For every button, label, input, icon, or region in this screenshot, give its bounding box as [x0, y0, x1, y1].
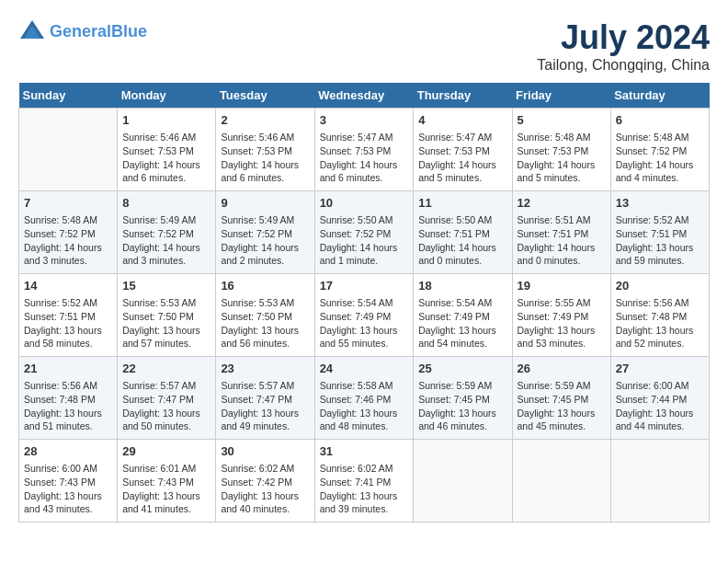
- calendar-cell: 1Sunrise: 5:46 AM Sunset: 7:53 PM Daylig…: [118, 109, 216, 191]
- day-number: 25: [418, 361, 506, 377]
- day-number: 10: [320, 195, 409, 212]
- day-info: Sunrise: 5:58 AM Sunset: 7:46 PM Dayligh…: [320, 379, 409, 433]
- day-number: 2: [221, 112, 309, 129]
- week-row-3: 21Sunrise: 5:56 AM Sunset: 7:48 PM Dayli…: [19, 357, 710, 440]
- calendar-cell: 10Sunrise: 5:50 AM Sunset: 7:52 PM Dayli…: [314, 191, 414, 274]
- calendar-cell: 20Sunrise: 5:56 AM Sunset: 7:48 PM Dayli…: [610, 274, 709, 357]
- day-number: 11: [418, 195, 506, 212]
- calendar-cell: 21Sunrise: 5:56 AM Sunset: 7:48 PM Dayli…: [19, 357, 118, 440]
- day-info: Sunrise: 5:47 AM Sunset: 7:53 PM Dayligh…: [320, 131, 409, 185]
- day-info: Sunrise: 5:53 AM Sunset: 7:50 PM Dayligh…: [221, 296, 309, 350]
- calendar-cell: 14Sunrise: 5:52 AM Sunset: 7:51 PM Dayli…: [19, 274, 118, 357]
- day-number: 30: [221, 443, 309, 460]
- header-saturday: Saturday: [610, 83, 709, 109]
- day-info: Sunrise: 5:46 AM Sunset: 7:53 PM Dayligh…: [122, 131, 210, 185]
- day-number: 6: [616, 112, 704, 129]
- calendar-cell: [19, 109, 118, 191]
- day-number: 16: [221, 278, 309, 294]
- calendar-cell: 4Sunrise: 5:47 AM Sunset: 7:53 PM Daylig…: [414, 109, 512, 191]
- day-info: Sunrise: 5:48 AM Sunset: 7:52 PM Dayligh…: [616, 131, 704, 185]
- header-tuesday: Tuesday: [216, 83, 314, 109]
- day-number: 8: [122, 195, 210, 212]
- day-info: Sunrise: 5:57 AM Sunset: 7:47 PM Dayligh…: [221, 379, 309, 433]
- calendar-cell: 28Sunrise: 6:00 AM Sunset: 7:43 PM Dayli…: [19, 440, 118, 523]
- header-friday: Friday: [512, 83, 610, 109]
- day-info: Sunrise: 6:02 AM Sunset: 7:41 PM Dayligh…: [320, 462, 409, 516]
- calendar-cell: 18Sunrise: 5:54 AM Sunset: 7:49 PM Dayli…: [414, 274, 512, 357]
- day-info: Sunrise: 5:53 AM Sunset: 7:50 PM Dayligh…: [122, 296, 210, 350]
- calendar-cell: 15Sunrise: 5:53 AM Sunset: 7:50 PM Dayli…: [118, 274, 216, 357]
- day-info: Sunrise: 5:55 AM Sunset: 7:49 PM Dayligh…: [518, 296, 606, 350]
- day-info: Sunrise: 5:46 AM Sunset: 7:53 PM Dayligh…: [221, 131, 309, 185]
- day-number: 5: [518, 112, 606, 129]
- day-number: 27: [616, 361, 704, 377]
- calendar-cell: 3Sunrise: 5:47 AM Sunset: 7:53 PM Daylig…: [314, 109, 414, 191]
- calendar-cell: [610, 440, 709, 523]
- day-info: Sunrise: 5:52 AM Sunset: 7:51 PM Dayligh…: [616, 213, 704, 268]
- day-number: 13: [616, 195, 704, 212]
- day-number: 19: [518, 278, 606, 294]
- calendar-cell: 24Sunrise: 5:58 AM Sunset: 7:46 PM Dayli…: [314, 357, 414, 440]
- day-info: Sunrise: 5:54 AM Sunset: 7:49 PM Dayligh…: [320, 296, 409, 350]
- day-number: 4: [418, 112, 506, 129]
- day-number: 1: [122, 112, 210, 129]
- calendar-body: 1Sunrise: 5:46 AM Sunset: 7:53 PM Daylig…: [19, 109, 710, 523]
- day-number: 31: [320, 443, 409, 460]
- week-row-4: 28Sunrise: 6:00 AM Sunset: 7:43 PM Dayli…: [19, 440, 710, 523]
- day-info: Sunrise: 5:59 AM Sunset: 7:45 PM Dayligh…: [418, 379, 506, 433]
- header-wednesday: Wednesday: [314, 83, 414, 109]
- day-number: 18: [418, 278, 506, 294]
- day-info: Sunrise: 5:54 AM Sunset: 7:49 PM Dayligh…: [418, 296, 506, 350]
- day-number: 9: [221, 195, 309, 212]
- calendar-cell: 29Sunrise: 6:01 AM Sunset: 7:43 PM Dayli…: [118, 440, 216, 523]
- day-number: 22: [122, 361, 210, 377]
- week-row-1: 7Sunrise: 5:48 AM Sunset: 7:52 PM Daylig…: [19, 191, 710, 274]
- calendar-cell: [512, 440, 610, 523]
- day-info: Sunrise: 5:48 AM Sunset: 7:52 PM Dayligh…: [24, 213, 112, 268]
- day-info: Sunrise: 5:56 AM Sunset: 7:48 PM Dayligh…: [24, 379, 112, 433]
- day-number: 24: [320, 361, 409, 377]
- day-info: Sunrise: 5:57 AM Sunset: 7:47 PM Dayligh…: [122, 379, 210, 433]
- location: Tailong, Chongqing, China: [537, 57, 710, 74]
- day-number: 15: [122, 278, 210, 294]
- day-number: 21: [24, 361, 112, 377]
- calendar-cell: 2Sunrise: 5:46 AM Sunset: 7:53 PM Daylig…: [216, 109, 314, 191]
- logo-text: GeneralBlue: [50, 23, 147, 41]
- logo: GeneralBlue: [18, 18, 147, 46]
- calendar-cell: 6Sunrise: 5:48 AM Sunset: 7:52 PM Daylig…: [610, 109, 709, 191]
- logo-line2: Blue: [111, 22, 147, 40]
- calendar-cell: 16Sunrise: 5:53 AM Sunset: 7:50 PM Dayli…: [216, 274, 314, 357]
- calendar-cell: 12Sunrise: 5:51 AM Sunset: 7:51 PM Dayli…: [512, 191, 610, 274]
- calendar-cell: 11Sunrise: 5:50 AM Sunset: 7:51 PM Dayli…: [414, 191, 512, 274]
- day-info: Sunrise: 6:01 AM Sunset: 7:43 PM Dayligh…: [122, 462, 210, 516]
- day-info: Sunrise: 6:00 AM Sunset: 7:43 PM Dayligh…: [24, 462, 112, 516]
- week-row-0: 1Sunrise: 5:46 AM Sunset: 7:53 PM Daylig…: [19, 109, 710, 191]
- day-number: 29: [122, 443, 210, 460]
- day-info: Sunrise: 5:49 AM Sunset: 7:52 PM Dayligh…: [221, 213, 309, 268]
- day-info: Sunrise: 5:59 AM Sunset: 7:45 PM Dayligh…: [518, 379, 606, 433]
- calendar-cell: 27Sunrise: 6:00 AM Sunset: 7:44 PM Dayli…: [610, 357, 709, 440]
- title-area: July 2024 Tailong, Chongqing, China: [537, 18, 710, 74]
- week-row-2: 14Sunrise: 5:52 AM Sunset: 7:51 PM Dayli…: [19, 274, 710, 357]
- day-number: 3: [320, 112, 409, 129]
- day-info: Sunrise: 5:47 AM Sunset: 7:53 PM Dayligh…: [418, 131, 506, 185]
- header-sunday: Sunday: [19, 83, 118, 109]
- day-info: Sunrise: 5:51 AM Sunset: 7:51 PM Dayligh…: [518, 213, 606, 268]
- day-number: 20: [616, 278, 704, 294]
- calendar-cell: 23Sunrise: 5:57 AM Sunset: 7:47 PM Dayli…: [216, 357, 314, 440]
- header-monday: Monday: [118, 83, 216, 109]
- calendar-header: SundayMondayTuesdayWednesdayThursdayFrid…: [19, 83, 710, 109]
- calendar-cell: 13Sunrise: 5:52 AM Sunset: 7:51 PM Dayli…: [610, 191, 709, 274]
- calendar-cell: [414, 440, 512, 523]
- day-info: Sunrise: 5:50 AM Sunset: 7:52 PM Dayligh…: [320, 213, 409, 268]
- header-row: SundayMondayTuesdayWednesdayThursdayFrid…: [19, 83, 710, 109]
- calendar-cell: 17Sunrise: 5:54 AM Sunset: 7:49 PM Dayli…: [314, 274, 414, 357]
- month-title: July 2024: [537, 18, 710, 57]
- calendar-cell: 9Sunrise: 5:49 AM Sunset: 7:52 PM Daylig…: [216, 191, 314, 274]
- day-info: Sunrise: 6:00 AM Sunset: 7:44 PM Dayligh…: [616, 379, 704, 433]
- day-info: Sunrise: 6:02 AM Sunset: 7:42 PM Dayligh…: [221, 462, 309, 516]
- page-header: GeneralBlue July 2024 Tailong, Chongqing…: [18, 18, 710, 74]
- day-number: 23: [221, 361, 309, 377]
- logo-icon: [18, 18, 46, 46]
- day-info: Sunrise: 5:56 AM Sunset: 7:48 PM Dayligh…: [616, 296, 704, 350]
